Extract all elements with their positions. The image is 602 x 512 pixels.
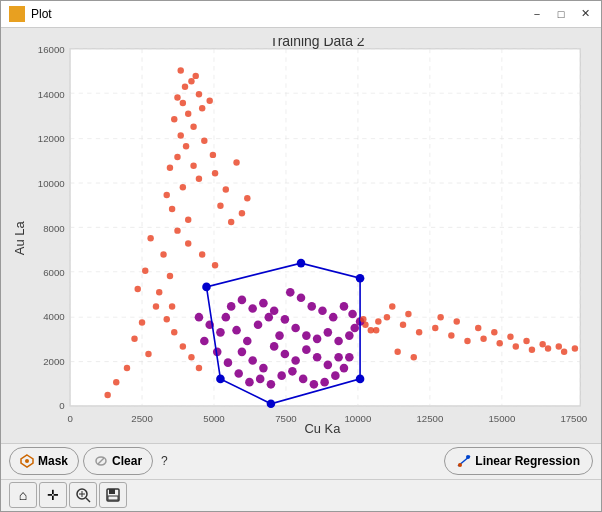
title-bar: Plot − □ ✕ xyxy=(1,1,601,28)
svg-point-48 xyxy=(206,97,212,103)
svg-point-110 xyxy=(222,312,231,321)
svg-point-144 xyxy=(259,298,268,307)
svg-point-143 xyxy=(248,304,257,313)
svg-point-119 xyxy=(270,342,279,351)
svg-point-123 xyxy=(313,352,322,361)
home-button[interactable]: ⌂ xyxy=(9,482,37,508)
svg-point-78 xyxy=(113,378,119,384)
svg-point-57 xyxy=(196,175,202,181)
linear-regression-label: Linear Regression xyxy=(475,454,580,468)
svg-point-103 xyxy=(523,337,529,343)
svg-point-122 xyxy=(302,345,311,354)
svg-point-142 xyxy=(238,295,247,304)
svg-point-169 xyxy=(174,227,180,233)
svg-point-59 xyxy=(164,191,170,197)
svg-point-53 xyxy=(174,153,180,159)
svg-point-55 xyxy=(167,164,173,170)
svg-point-106 xyxy=(572,345,578,351)
svg-rect-1 xyxy=(15,12,18,20)
clear-button[interactable]: Clear xyxy=(83,447,153,475)
svg-point-60 xyxy=(212,170,218,176)
scatter-chart[interactable]: Training Data 2 Au La Cu Ka 0 2000 4000 … xyxy=(11,38,591,438)
svg-point-180 xyxy=(196,364,202,370)
svg-point-84 xyxy=(448,332,454,338)
plot-area: Training Data 2 Au La Cu Ka 0 2000 4000 … xyxy=(1,28,601,443)
svg-point-56 xyxy=(210,151,216,157)
svg-point-176 xyxy=(164,316,170,322)
svg-point-117 xyxy=(248,356,257,365)
svg-point-74 xyxy=(139,319,145,325)
svg-point-159 xyxy=(340,302,349,311)
svg-point-112 xyxy=(243,336,252,345)
svg-text:15000: 15000 xyxy=(488,413,515,424)
svg-point-149 xyxy=(313,334,322,343)
svg-point-72 xyxy=(135,285,141,291)
svg-point-185 xyxy=(25,459,29,463)
svg-point-163 xyxy=(216,374,225,383)
svg-point-148 xyxy=(302,331,311,340)
svg-point-93 xyxy=(411,353,417,359)
linear-regression-button[interactable]: Linear Regression xyxy=(444,447,593,475)
svg-point-113 xyxy=(254,320,263,329)
svg-point-46 xyxy=(171,115,177,121)
svg-point-91 xyxy=(561,348,567,354)
svg-point-138 xyxy=(331,371,340,380)
help-button[interactable]: ? xyxy=(157,454,172,468)
svg-point-52 xyxy=(201,137,207,143)
svg-point-181 xyxy=(360,316,366,322)
svg-point-168 xyxy=(267,399,276,408)
nav-bar: ⌂ ✛ xyxy=(1,479,601,511)
svg-point-90 xyxy=(545,345,551,351)
mask-button[interactable]: Mask xyxy=(9,447,79,475)
zoom-button[interactable] xyxy=(69,482,97,508)
clear-label: Clear xyxy=(112,454,142,468)
svg-point-105 xyxy=(556,343,562,349)
svg-point-137 xyxy=(320,377,329,386)
svg-point-88 xyxy=(513,343,519,349)
svg-text:8000: 8000 xyxy=(43,222,65,233)
minimize-button[interactable]: − xyxy=(529,6,545,22)
window-controls: − □ ✕ xyxy=(529,6,593,22)
svg-point-145 xyxy=(270,306,279,315)
svg-point-147 xyxy=(291,323,300,332)
svg-rect-196 xyxy=(109,489,115,494)
close-button[interactable]: ✕ xyxy=(577,6,593,22)
svg-point-179 xyxy=(188,353,194,359)
svg-point-101 xyxy=(491,329,497,335)
svg-point-178 xyxy=(180,343,186,349)
svg-point-79 xyxy=(104,391,110,397)
linear-regression-icon xyxy=(457,454,471,468)
svg-point-83 xyxy=(432,324,438,330)
svg-point-124 xyxy=(324,360,333,369)
window-title: Plot xyxy=(31,7,523,21)
svg-point-135 xyxy=(299,374,308,383)
svg-point-64 xyxy=(169,205,175,211)
svg-point-47 xyxy=(199,105,205,111)
svg-point-132 xyxy=(267,379,276,388)
svg-text:6000: 6000 xyxy=(43,267,65,278)
svg-point-86 xyxy=(480,335,486,341)
svg-point-71 xyxy=(142,267,148,273)
svg-text:12000: 12000 xyxy=(38,132,65,143)
svg-rect-0 xyxy=(11,15,14,20)
svg-point-68 xyxy=(239,210,245,216)
svg-text:16000: 16000 xyxy=(38,44,65,55)
svg-point-157 xyxy=(318,306,327,315)
svg-line-192 xyxy=(86,498,90,502)
maximize-button[interactable]: □ xyxy=(553,6,569,22)
svg-point-190 xyxy=(466,455,470,459)
svg-point-155 xyxy=(297,293,306,302)
save-button[interactable] xyxy=(99,482,127,508)
svg-text:10000: 10000 xyxy=(38,178,65,189)
svg-text:5000: 5000 xyxy=(203,413,225,424)
svg-point-62 xyxy=(233,159,239,165)
svg-point-38 xyxy=(177,67,183,73)
svg-point-140 xyxy=(345,352,354,361)
svg-point-40 xyxy=(174,94,180,100)
pan-button[interactable]: ✛ xyxy=(39,482,67,508)
svg-point-98 xyxy=(437,313,443,319)
svg-point-85 xyxy=(464,337,470,343)
svg-text:7500: 7500 xyxy=(275,413,297,424)
svg-point-160 xyxy=(348,309,357,318)
svg-point-131 xyxy=(256,374,265,383)
